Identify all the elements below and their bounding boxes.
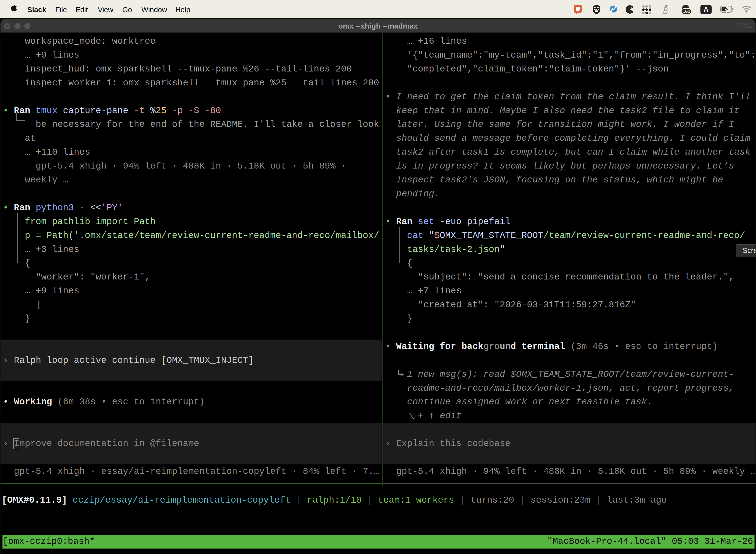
svg-text:..61: ..61: [683, 9, 690, 14]
svg-text:1: 1: [749, 22, 753, 29]
